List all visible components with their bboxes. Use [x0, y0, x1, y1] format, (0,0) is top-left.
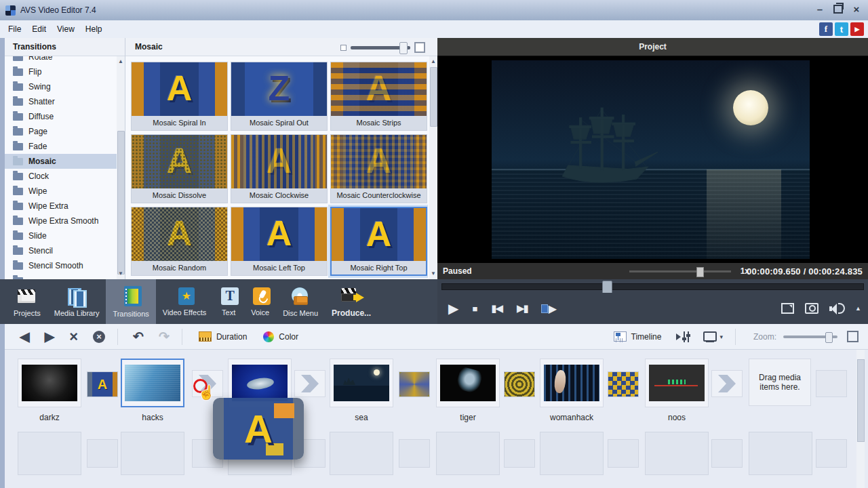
empty-transition-slot[interactable]	[816, 370, 847, 397]
empty-clip-slot[interactable]	[436, 432, 500, 475]
empty-clip-slot[interactable]	[121, 432, 184, 475]
category-wipe[interactable]: Wipe	[5, 184, 117, 199]
menu-view[interactable]: View	[52, 24, 80, 34]
duration-button[interactable]: Duration	[199, 331, 247, 342]
empty-clip-slot[interactable]	[645, 432, 709, 475]
play-button[interactable]: ▶	[448, 300, 457, 317]
dragged-transition-ghost[interactable]: A	[213, 398, 304, 460]
empty-small-slot[interactable]	[87, 439, 118, 468]
previous-frame-button[interactable]: ▮◀	[491, 302, 502, 314]
scrollbar-thumb[interactable]	[857, 359, 865, 442]
scrollbar-thumb[interactable]	[117, 131, 125, 274]
menu-help[interactable]: Help	[80, 24, 108, 34]
monitor-icon[interactable]	[703, 331, 717, 342]
empty-small-slot[interactable]	[399, 439, 430, 468]
scroll-up-icon[interactable]: ▲	[429, 58, 437, 66]
color-button[interactable]: Color	[263, 331, 298, 342]
category-clock[interactable]: Clock	[5, 169, 117, 184]
sidebar-scrollbar[interactable]: ▲ ▼	[117, 56, 125, 279]
nav-video-effects-button[interactable]: ★ Video Effects	[156, 279, 213, 324]
step-playback-button[interactable]: ▶	[541, 302, 557, 315]
nav-projects-button[interactable]: Projects	[7, 279, 47, 324]
audio-mixer-icon[interactable]	[676, 331, 691, 343]
transition-mosaic-counterclockwise[interactable]: A Mosaic Counterclockwise	[330, 134, 427, 203]
category-mosaic[interactable]: Mosaic	[5, 154, 117, 169]
gallery-scrollbar[interactable]: ▲ ▼	[429, 56, 437, 279]
timeline-clip-hacks-selected[interactable]: hacks	[121, 359, 184, 422]
transition-mosaic-right-top-selected[interactable]: A Mosaic Right Top	[330, 207, 427, 276]
timeline-clip-tiger[interactable]: tiger	[436, 359, 500, 422]
redo-button[interactable]: ↷	[159, 329, 170, 344]
category-fade[interactable]: Fade	[5, 139, 117, 154]
snapshot-camera-icon[interactable]	[805, 303, 818, 314]
restore-button[interactable]	[832, 3, 844, 15]
scroll-up-icon[interactable]: ▲	[117, 58, 125, 66]
category-wipe-extra-smooth[interactable]: Wipe Extra Smooth	[5, 214, 117, 228]
empty-clip-slot[interactable]	[540, 432, 604, 475]
timeline-view-button[interactable]: Timeline	[614, 331, 662, 342]
timeline-clip-sea[interactable]: sea	[330, 359, 393, 422]
empty-clip-slot[interactable]	[749, 432, 812, 475]
close-button[interactable]: ×	[850, 3, 863, 15]
minimize-button[interactable]: –	[814, 3, 826, 15]
transition-mosaic-dissolve[interactable]: A Mosaic Dissolve	[131, 134, 228, 203]
zoom-slider-thumb[interactable]	[825, 332, 833, 343]
applied-transition-spiral[interactable]	[399, 371, 430, 397]
transition-mosaic-left-top[interactable]: A Mosaic Left Top	[231, 207, 328, 276]
transition-mosaic-spiral-out[interactable]: Z Mosaic Spiral Out	[231, 62, 328, 131]
scroll-down-icon[interactable]: ▼	[117, 270, 125, 278]
transition-mosaic-spiral-in[interactable]: A Mosaic Spiral In	[131, 62, 228, 131]
scroll-down-icon[interactable]: ▼	[429, 270, 437, 278]
seek-bar[interactable]	[441, 283, 864, 290]
applied-transition-ripple[interactable]	[504, 371, 535, 397]
empty-small-slot[interactable]	[608, 439, 639, 468]
empty-small-slot[interactable]	[816, 439, 847, 468]
youtube-icon[interactable]: ▶	[850, 22, 864, 36]
category-rotate[interactable]: Rotate	[5, 56, 117, 64]
monitor-dropdown-icon[interactable]: ▾	[719, 333, 723, 340]
nav-media-library-button[interactable]: Media Library	[47, 279, 106, 324]
timeline-clip-darkz[interactable]: darkz	[18, 359, 81, 422]
fit-to-screen-icon[interactable]	[847, 331, 859, 342]
speed-slider[interactable]	[629, 270, 731, 272]
collapse-arrow-icon[interactable]: ▲	[855, 305, 861, 312]
timeline-clip-noos[interactable]: noos	[645, 359, 709, 422]
volume-icon[interactable]	[829, 302, 844, 314]
facebook-icon[interactable]: f	[819, 22, 833, 36]
transition-mosaic-strips[interactable]: A Mosaic Strips	[330, 62, 427, 131]
category-stencil-smooth[interactable]: Stencil Smooth	[5, 258, 117, 273]
empty-clip-slot[interactable]	[18, 432, 81, 475]
transition-slot-arrow[interactable]	[711, 370, 743, 397]
empty-small-slot[interactable]	[711, 439, 743, 468]
empty-clip-slot[interactable]	[330, 432, 393, 475]
timeline-zoom-slider[interactable]	[783, 336, 837, 338]
nav-voice-button[interactable]: Voice	[244, 279, 276, 324]
nav-transitions-button-selected[interactable]: Transitions	[106, 279, 155, 324]
nav-text-button[interactable]: T Text	[213, 279, 244, 324]
stop-button[interactable]: ■	[472, 304, 476, 314]
delete-button[interactable]: ×	[69, 328, 78, 346]
fullscreen-icon[interactable]	[781, 303, 794, 314]
size-slider-track[interactable]	[351, 46, 410, 49]
applied-transition-checker[interactable]	[608, 371, 639, 397]
empty-small-slot[interactable]	[504, 439, 535, 468]
move-right-button[interactable]: ▶	[45, 329, 55, 344]
category-flip[interactable]: Flip	[5, 64, 117, 79]
category-wipe-extra[interactable]: Wipe Extra	[5, 199, 117, 214]
thumbnail-size-slider[interactable]	[340, 42, 425, 53]
seek-thumb[interactable]	[602, 281, 612, 294]
nav-disc-menu-button[interactable]: Disc Menu	[276, 279, 325, 324]
transition-slot-arrow[interactable]	[294, 370, 326, 397]
transition-mosaic-random[interactable]: A Mosaic Random	[131, 207, 228, 276]
undo-button[interactable]: ↶	[133, 329, 144, 344]
nav-produce-button[interactable]: Produce...	[325, 279, 378, 324]
move-left-button[interactable]: ◀	[20, 329, 30, 344]
category-shatter[interactable]: Shatter	[5, 94, 117, 109]
category-diffuse[interactable]: Diffuse	[5, 109, 117, 124]
category-slide[interactable]: Slide	[5, 228, 117, 243]
category-swing[interactable]: Swing	[5, 79, 117, 94]
scrollbar-thumb[interactable]	[430, 67, 437, 127]
transition-mosaic-clockwise[interactable]: A Mosaic Clockwise	[231, 134, 328, 203]
category-stencil[interactable]: Stencil	[5, 243, 117, 258]
category-partial[interactable]	[5, 273, 117, 279]
